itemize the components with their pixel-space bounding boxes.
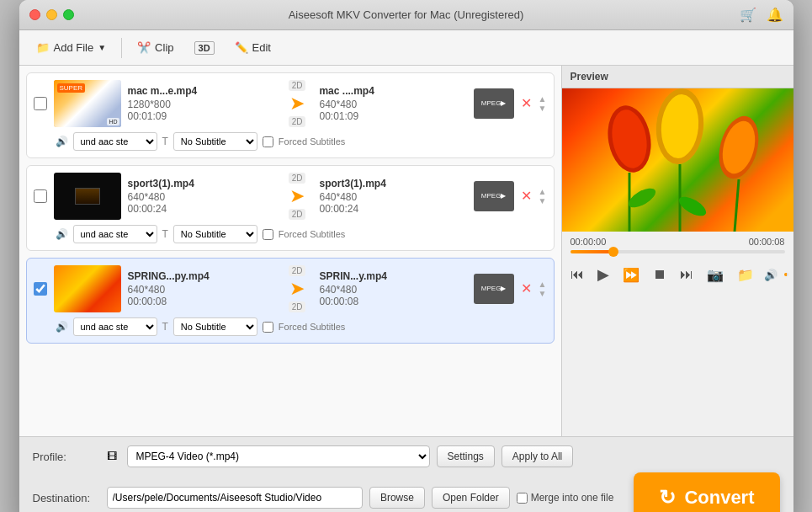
- svg-line-8: [735, 179, 739, 232]
- play-button[interactable]: ▶: [594, 264, 613, 285]
- preview-video: [562, 88, 793, 232]
- progress-thumb[interactable]: [608, 247, 618, 257]
- add-file-button[interactable]: 📁 Add File ▼: [28, 38, 115, 57]
- file-checkbox-1[interactable]: [34, 97, 47, 110]
- time-start: 00:00:00: [571, 237, 607, 247]
- remove-file-3[interactable]: ✕: [521, 282, 532, 296]
- audio-select-3[interactable]: und aac ste: [73, 317, 157, 336]
- destination-label: Destination:: [33, 492, 100, 504]
- arrow-area-1: 2D ➤ 2D: [282, 80, 313, 127]
- progress-bar-area: 00:00:00 00:00:08: [562, 232, 793, 259]
- profile-select[interactable]: MPEG-4 Video (*.mp4): [127, 445, 430, 467]
- arrow-area-3: 2D ➤ 2D: [282, 265, 313, 312]
- remove-file-1[interactable]: ✕: [521, 97, 532, 110]
- file-thumb-3: [54, 265, 121, 312]
- minimize-button[interactable]: [46, 9, 57, 20]
- arrow-icon-2: ➤: [289, 187, 305, 205]
- playback-controls: ⏮ ▶ ⏩ ⏹ ⏭ 📷 📁 🔊: [562, 259, 793, 291]
- output-format-icon-1: MPEG▶: [474, 88, 514, 119]
- folder-button[interactable]: 📁: [734, 265, 757, 285]
- subtitle-select-1[interactable]: No Subtitle: [173, 132, 257, 151]
- badge-2d-right-2: 2D: [289, 209, 306, 220]
- maximize-button[interactable]: [63, 9, 74, 20]
- bottom-controls: Profile: 🎞 MPEG-4 Video (*.mp4) Settings…: [19, 436, 793, 512]
- cart-icon[interactable]: 🛒: [740, 7, 756, 23]
- time-end: 00:00:08: [749, 237, 785, 247]
- file-dim-1: 1280*800: [128, 99, 275, 110]
- add-file-dropdown-icon: ▼: [98, 43, 106, 52]
- forced-subtitle-label-2: Forced Subtitles: [279, 229, 345, 239]
- skip-back-button[interactable]: ⏮: [567, 265, 587, 284]
- forced-subtitle-check-2[interactable]: [263, 229, 273, 240]
- window-title: Aiseesoft MKV Converter for Mac (Unregis…: [289, 8, 524, 21]
- file-dur-1: 00:01:09: [128, 110, 275, 122]
- file-out-dur-1: 00:01:09: [319, 110, 466, 122]
- file-dur-3: 00:00:08: [128, 296, 275, 307]
- forced-subtitle-check-3[interactable]: [263, 322, 273, 333]
- forced-subtitle-check-1[interactable]: [263, 136, 273, 147]
- file-name-2: sport3(1).mp4: [128, 178, 275, 189]
- convert-button[interactable]: ↻ Convert: [634, 472, 779, 512]
- file-checkbox-2[interactable]: [34, 189, 47, 203]
- file-checkbox-3[interactable]: [34, 282, 47, 296]
- file-item-2: sport3(1).mp4 640*480 00:00:24 2D ➤ 2D s…: [26, 165, 555, 251]
- file-thumb-2: [54, 173, 121, 220]
- stop-button[interactable]: ⏹: [650, 265, 670, 284]
- file-thumb-1: SUPER HD: [54, 80, 121, 127]
- volume-slider[interactable]: [784, 273, 788, 276]
- audio-select-2[interactable]: und aac ste: [73, 225, 157, 243]
- file-item-2-controls: 🔊 und aac ste T No Subtitle Forced Subti…: [34, 225, 547, 243]
- settings-button[interactable]: Settings: [437, 445, 495, 467]
- file-item-1-top: SUPER HD mac m...e.mp4 1280*800 00:01:09…: [34, 80, 547, 127]
- file-item-1-controls: 🔊 und aac ste T No Subtitle Forced Subti…: [34, 132, 547, 151]
- file-item-2-top: sport3(1).mp4 640*480 00:00:24 2D ➤ 2D s…: [34, 173, 547, 220]
- subtitle-select-3[interactable]: No Subtitle: [173, 317, 257, 336]
- skip-forward-button[interactable]: ⏭: [677, 265, 697, 284]
- edit-icon: ✏️: [235, 41, 248, 54]
- screenshot-button[interactable]: 📷: [703, 265, 727, 285]
- destination-input[interactable]: [107, 487, 363, 509]
- preview-label: Preview: [562, 66, 793, 88]
- add-file-icon: 📁: [36, 41, 50, 54]
- reorder-3[interactable]: ▲▼: [539, 280, 547, 298]
- clip-icon: ✂️: [137, 41, 151, 54]
- edit-label: Edit: [252, 41, 271, 54]
- file-dim-2: 640*480: [128, 191, 275, 203]
- reorder-2[interactable]: ▲▼: [539, 187, 547, 205]
- progress-fill: [571, 250, 613, 253]
- toolbar-separator-1: [121, 38, 122, 58]
- app-window: Aiseesoft MKV Converter for Mac (Unregis…: [19, 0, 793, 512]
- convert-icon: ↻: [659, 486, 676, 509]
- merge-checkbox[interactable]: [517, 493, 528, 504]
- audio-select-1[interactable]: und aac ste: [73, 132, 157, 151]
- add-file-label: Add File: [54, 41, 94, 54]
- apply-all-button[interactable]: Apply to All: [502, 445, 573, 467]
- edit-button[interactable]: ✏️ Edit: [226, 38, 279, 57]
- file-out-dur-3: 00:00:08: [319, 296, 466, 307]
- preview-panel: Preview: [562, 66, 793, 436]
- file-out-dim-3: 640*480: [319, 284, 466, 296]
- clip-button[interactable]: ✂️ Clip: [129, 38, 182, 57]
- convert-label: Convert: [684, 487, 754, 509]
- browse-button[interactable]: Browse: [369, 487, 425, 509]
- badge-2d-right-1: 2D: [289, 116, 306, 127]
- main-content: SUPER HD mac m...e.mp4 1280*800 00:01:09…: [19, 66, 793, 436]
- file-item-3-controls: 🔊 und aac ste T No Subtitle Forced Subti…: [34, 317, 547, 336]
- file-out-dur-2: 00:00:24: [319, 203, 466, 215]
- progress-track[interactable]: [571, 250, 785, 253]
- reorder-1[interactable]: ▲▼: [539, 94, 547, 113]
- 3d-button[interactable]: 3D: [186, 38, 223, 58]
- open-folder-button[interactable]: Open Folder: [432, 487, 510, 509]
- forced-subtitle-label-3: Forced Subtitles: [279, 322, 345, 332]
- title-bar-icons: 🛒 🔔: [740, 7, 783, 23]
- close-button[interactable]: [29, 9, 40, 20]
- remove-file-2[interactable]: ✕: [521, 189, 532, 203]
- merge-label-text: Merge into one file: [531, 492, 614, 504]
- traffic-lights: [29, 9, 74, 20]
- fast-forward-button[interactable]: ⏩: [619, 265, 643, 285]
- arrow-icon-3: ➤: [289, 280, 305, 298]
- file-out-name-3: SPRIN...y.mp4: [319, 270, 466, 282]
- destination-row: Destination: Browse Open Folder Merge in…: [33, 472, 780, 512]
- subtitle-select-2[interactable]: No Subtitle: [173, 225, 257, 243]
- user-icon[interactable]: 🔔: [767, 7, 783, 23]
